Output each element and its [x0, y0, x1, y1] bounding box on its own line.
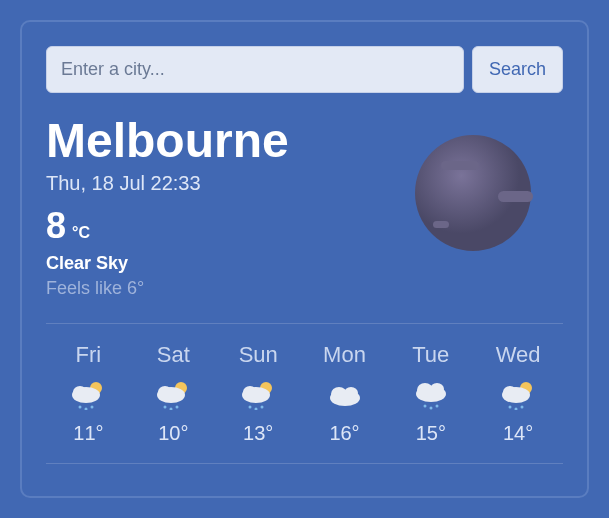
svg-point-19	[249, 406, 252, 409]
forecast-day-name: Wed	[496, 342, 541, 368]
svg-point-20	[255, 408, 258, 411]
svg-point-7	[79, 406, 82, 409]
forecast-day-temp: 15°	[416, 422, 446, 445]
current-weather: Melbourne Thu, 18 Jul 22:33 8 °C Clear S…	[46, 113, 563, 299]
weather-rain-sun-icon	[68, 380, 108, 410]
weather-card: Search Melbourne Thu, 18 Jul 22:33 8 °C …	[20, 20, 589, 498]
svg-point-21	[261, 406, 264, 409]
feels-like: Feels like 6°	[46, 278, 289, 299]
svg-point-28	[423, 405, 426, 408]
svg-point-15	[176, 406, 179, 409]
svg-point-12	[158, 386, 172, 398]
svg-point-9	[91, 406, 94, 409]
forecast-day-temp: 13°	[243, 422, 273, 445]
forecast-day: Wed14°	[496, 342, 541, 445]
weather-cloud-rain-icon	[411, 380, 451, 410]
search-button[interactable]: Search	[472, 46, 563, 93]
city-search-input[interactable]	[46, 46, 464, 93]
current-info: Melbourne Thu, 18 Jul 22:33 8 °C Clear S…	[46, 113, 289, 299]
forecast-day-name: Mon	[323, 342, 366, 368]
forecast-day-temp: 14°	[503, 422, 533, 445]
weather-rain-sun-icon	[498, 380, 538, 410]
forecast-day-temp: 16°	[329, 422, 359, 445]
temperature: 8 °C	[46, 205, 289, 247]
forecast-day-temp: 11°	[73, 422, 103, 445]
svg-point-30	[435, 405, 438, 408]
forecast-day: Fri11°	[68, 342, 108, 445]
forecast-day-name: Tue	[412, 342, 449, 368]
svg-point-29	[429, 407, 432, 410]
svg-point-35	[515, 408, 518, 411]
city-name: Melbourne	[46, 113, 289, 168]
forecast-day: Tue15°	[411, 342, 451, 445]
forecast-day: Mon16°	[323, 342, 366, 445]
forecast-day: Sun13°	[238, 342, 278, 445]
weather-rain-sun-icon	[238, 380, 278, 410]
svg-point-27	[430, 383, 444, 395]
condition: Clear Sky	[46, 253, 289, 274]
svg-point-6	[73, 386, 87, 398]
forecast-day-name: Sat	[157, 342, 190, 368]
svg-rect-3	[433, 221, 449, 228]
svg-point-13	[164, 406, 167, 409]
svg-point-36	[521, 406, 524, 409]
svg-rect-1	[441, 161, 479, 170]
forecast-day-name: Fri	[76, 342, 102, 368]
svg-point-14	[170, 408, 173, 411]
forecast-day-name: Sun	[239, 342, 278, 368]
search-row: Search	[46, 46, 563, 93]
moon-night-icon	[413, 133, 533, 253]
svg-point-8	[85, 408, 88, 411]
temp-value: 8	[46, 205, 66, 247]
svg-rect-2	[498, 191, 533, 202]
svg-point-24	[344, 387, 358, 399]
svg-point-34	[509, 406, 512, 409]
weather-cloud-icon	[325, 380, 365, 410]
weather-rain-sun-icon	[153, 380, 193, 410]
forecast-row: Fri11°Sat10°Sun13°Mon16°Tue15°Wed14°	[46, 323, 563, 464]
forecast-day-temp: 10°	[158, 422, 188, 445]
svg-point-33	[503, 386, 517, 398]
forecast-day: Sat10°	[153, 342, 193, 445]
svg-point-18	[243, 386, 257, 398]
date-time: Thu, 18 Jul 22:33	[46, 172, 289, 195]
temp-unit: °C	[72, 224, 90, 242]
